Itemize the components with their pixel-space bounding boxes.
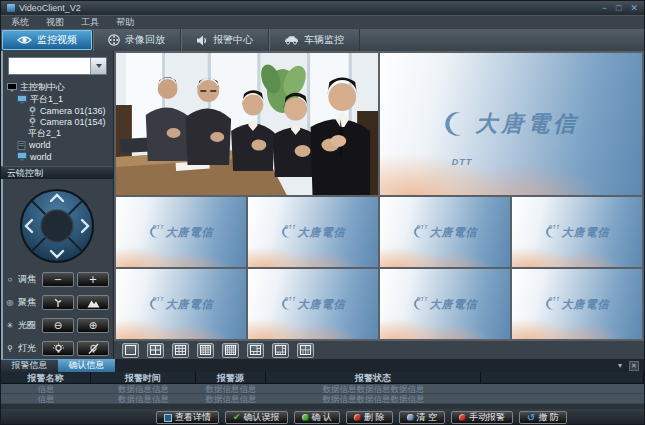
ptz-direction-pad[interactable] (19, 188, 95, 264)
tab-alarm-info[interactable]: 报警信息 (1, 359, 58, 372)
menu-tools[interactable]: 工具 (81, 16, 99, 29)
tab-monitor-video[interactable]: 监控视频 (2, 30, 93, 50)
button-label: 查看详情 (175, 413, 211, 422)
maximize-button[interactable]: □ (616, 4, 621, 13)
device-combobox[interactable] (8, 57, 107, 75)
collapse-panel-button[interactable]: ▾ (618, 362, 622, 370)
button-label: 确 认 (312, 413, 333, 422)
delete-button[interactable]: 删 除 (346, 411, 393, 424)
watermark: DTT大唐電信 (248, 197, 378, 267)
video-cell[interactable]: DTT大唐電信 (512, 269, 642, 339)
video-cell-live[interactable] (116, 53, 378, 195)
watermark: DTT大唐電信 (248, 269, 378, 339)
tab-confirm-info[interactable]: 确认信息 (58, 359, 115, 372)
camera-icon (28, 106, 37, 116)
chevron-down-icon (96, 64, 102, 68)
menu-system[interactable]: 系统 (11, 16, 29, 29)
button-label: 手动报警 (469, 413, 505, 422)
screen-4-icon (150, 345, 161, 355)
crescent-logo-icon (443, 111, 469, 137)
tree-item-world-2[interactable]: world (7, 151, 111, 163)
watermark: DTT大唐電信 (512, 269, 642, 339)
zoom-control-row: ○ 调焦 − + (1, 272, 113, 287)
check-icon: ✔ (233, 413, 241, 422)
video-grid: DTT 大唐電信 DTT大唐電信 DTT大唐電信 DTT大唐電信 DTT大唐電信… (114, 51, 644, 341)
watermark-text: 大唐電信 (429, 297, 477, 312)
layout-9-button[interactable] (172, 343, 189, 358)
confirm-button[interactable]: 确 认 (294, 411, 341, 424)
video-cell[interactable]: DTT大唐電信 (116, 197, 246, 267)
watermark-text: 大唐電信 (429, 225, 477, 240)
close-panel-button[interactable]: ✕ (629, 361, 639, 371)
video-cell[interactable]: DTT大唐電信 (380, 197, 510, 267)
tab-alarm-center[interactable]: 报警中心 (181, 29, 269, 51)
menu-view[interactable]: 视图 (46, 16, 64, 29)
clear-button[interactable]: 清 空 (399, 411, 446, 424)
tab-label: 确认信息 (69, 361, 105, 370)
layout-16-button[interactable] (197, 343, 214, 358)
focus-control-row: ◎ 聚焦 (1, 295, 113, 310)
video-cell[interactable]: DTT大唐電信 (512, 197, 642, 267)
alarm-panel: 报警信息 确认信息 ▾ ✕ 报警名称 报警时间 报警源 报警状态 信息 数据信息… (1, 359, 644, 425)
tree-item-world-1[interactable]: world (7, 140, 111, 152)
tab-vehicle-monitor[interactable]: 车辆监控 (269, 29, 360, 51)
video-cell[interactable]: DTT大唐電信 (248, 269, 378, 339)
disarm-button[interactable]: ↺撤 防 (519, 411, 567, 424)
video-cell[interactable]: DTT大唐電信 (380, 269, 510, 339)
screen-icon (17, 95, 27, 104)
layout-bar (114, 341, 644, 359)
camera-icon (28, 117, 37, 127)
layout-10-button[interactable] (297, 343, 314, 358)
light-label: 灯光 (18, 342, 39, 355)
video-region: DTT 大唐電信 DTT大唐電信 DTT大唐電信 DTT大唐電信 DTT大唐電信… (114, 51, 644, 359)
eye-icon (17, 35, 32, 45)
tree-item-platform2[interactable]: 平台2_1 (7, 128, 111, 140)
cell-alarm-name: 信息 (1, 384, 91, 394)
video-cell[interactable]: DTT大唐電信 (248, 197, 378, 267)
tree-item-camera-136[interactable]: Camera 01(136) (7, 105, 111, 117)
screen-1-icon (125, 345, 136, 355)
layout-1-button[interactable] (122, 343, 139, 358)
focus-far-button[interactable] (77, 295, 109, 310)
zoom-in-button[interactable]: + (77, 272, 109, 287)
video-cell[interactable]: DTT大唐電信 (116, 269, 246, 339)
zoom-out-button[interactable]: − (42, 272, 74, 287)
cell-alarm-time: 数据信息信息 (91, 384, 196, 394)
iris-close-button[interactable]: ⊖ (42, 318, 74, 333)
manual-alarm-button[interactable]: 手动报警 (451, 411, 513, 424)
watermark-text: 大唐電信 (561, 297, 609, 312)
watermark: DTT大唐電信 (116, 197, 246, 267)
view-details-button[interactable]: 查看详情 (156, 411, 219, 424)
app-logo-icon (7, 4, 15, 12)
layout-6-button[interactable] (247, 343, 264, 358)
layout-25-button[interactable] (222, 343, 239, 358)
iris-open-button[interactable]: ⊕ (77, 318, 109, 333)
tree-item-platform1[interactable]: 平台1_1 (7, 94, 111, 106)
alarm-table-row[interactable]: 信息 数据信息信息 数据信息信息 数据信息数据信息数据信息 (1, 394, 644, 404)
alarm-table-row[interactable]: 信息 数据信息信息 数据信息信息 数据信息数据信息数据信息 (1, 384, 644, 394)
cell-alarm-source: 数据信息信息 (196, 384, 266, 394)
minimize-button[interactable]: − (602, 4, 607, 13)
combobox-dropdown-button[interactable] (90, 58, 106, 74)
device-combobox-input[interactable] (9, 58, 90, 74)
bulb-on-icon (52, 343, 65, 355)
focus-near-button[interactable] (42, 295, 74, 310)
delete-dot-icon (354, 414, 361, 421)
layout-8-button[interactable] (272, 343, 289, 358)
tree-item-label: 平台2_1 (28, 127, 61, 140)
monitor-icon (7, 83, 17, 92)
confirm-false-alarm-button[interactable]: ✔确认误报 (225, 411, 288, 424)
light-off-button[interactable] (77, 341, 109, 356)
light-on-button[interactable] (42, 341, 74, 356)
close-button[interactable]: ✕ (630, 4, 638, 13)
tab-label: 报警中心 (213, 33, 253, 47)
watermark-text: 大唐電信 (165, 225, 213, 240)
menu-help[interactable]: 帮助 (116, 16, 134, 29)
video-cell[interactable]: DTT 大唐電信 (380, 53, 642, 195)
tab-playback[interactable]: 录像回放 (93, 29, 181, 51)
layout-4-button[interactable] (147, 343, 164, 358)
watermark-abbr: DTT (452, 157, 473, 167)
cell-alarm-status: 数据信息数据信息数据信息 (266, 394, 481, 404)
screen-9-icon (175, 345, 186, 355)
watermark: DTT大唐電信 (116, 269, 246, 339)
